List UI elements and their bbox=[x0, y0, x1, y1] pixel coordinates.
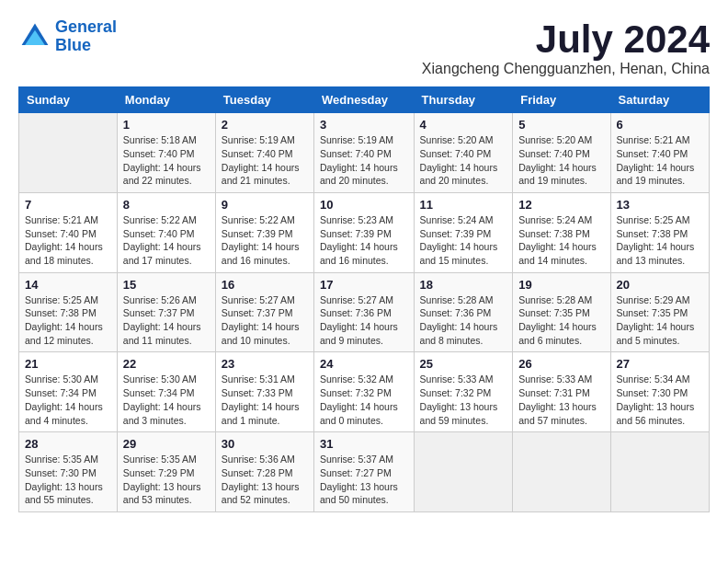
day-number: 3 bbox=[320, 118, 408, 132]
calendar-cell: 13Sunrise: 5:25 AM Sunset: 7:38 PM Dayli… bbox=[610, 192, 709, 272]
calendar-body: 1Sunrise: 5:18 AM Sunset: 7:40 PM Daylig… bbox=[19, 113, 710, 512]
month-title: July 2024 bbox=[422, 18, 710, 61]
calendar-cell: 10Sunrise: 5:23 AM Sunset: 7:39 PM Dayli… bbox=[314, 192, 415, 272]
calendar-cell: 11Sunrise: 5:24 AM Sunset: 7:39 PM Dayli… bbox=[414, 192, 513, 272]
calendar-cell: 8Sunrise: 5:22 AM Sunset: 7:40 PM Daylig… bbox=[117, 192, 215, 272]
day-number: 29 bbox=[123, 437, 210, 451]
day-info: Sunrise: 5:36 AM Sunset: 7:28 PM Dayligh… bbox=[222, 453, 308, 507]
calendar-cell: 21Sunrise: 5:30 AM Sunset: 7:34 PM Dayli… bbox=[19, 352, 118, 432]
calendar-cell bbox=[414, 432, 513, 512]
calendar-cell: 20Sunrise: 5:29 AM Sunset: 7:35 PM Dayli… bbox=[610, 272, 709, 352]
day-info: Sunrise: 5:37 AM Sunset: 7:27 PM Dayligh… bbox=[320, 453, 408, 507]
day-info: Sunrise: 5:19 AM Sunset: 7:40 PM Dayligh… bbox=[320, 133, 408, 188]
calendar-cell: 17Sunrise: 5:27 AM Sunset: 7:36 PM Dayli… bbox=[314, 272, 415, 352]
calendar-week-row: 28Sunrise: 5:35 AM Sunset: 7:30 PM Dayli… bbox=[19, 432, 710, 512]
calendar-cell bbox=[513, 432, 610, 512]
logo-blue: Blue bbox=[55, 36, 91, 54]
day-info: Sunrise: 5:24 AM Sunset: 7:39 PM Dayligh… bbox=[420, 213, 507, 268]
logo-icon bbox=[18, 20, 51, 53]
calendar-cell: 30Sunrise: 5:36 AM Sunset: 7:28 PM Dayli… bbox=[215, 432, 313, 512]
calendar-cell: 18Sunrise: 5:28 AM Sunset: 7:36 PM Dayli… bbox=[414, 272, 513, 352]
day-info: Sunrise: 5:21 AM Sunset: 7:40 PM Dayligh… bbox=[25, 213, 111, 268]
day-number: 31 bbox=[320, 437, 408, 451]
day-number: 4 bbox=[420, 118, 507, 132]
weekday-header-cell: Thursday bbox=[414, 87, 513, 113]
calendar-cell: 25Sunrise: 5:33 AM Sunset: 7:32 PM Dayli… bbox=[414, 352, 513, 432]
day-info: Sunrise: 5:27 AM Sunset: 7:37 PM Dayligh… bbox=[222, 293, 308, 348]
day-number: 12 bbox=[518, 198, 604, 212]
calendar-cell: 23Sunrise: 5:31 AM Sunset: 7:33 PM Dayli… bbox=[215, 352, 313, 432]
day-info: Sunrise: 5:21 AM Sunset: 7:40 PM Dayligh… bbox=[617, 133, 703, 188]
day-info: Sunrise: 5:30 AM Sunset: 7:34 PM Dayligh… bbox=[123, 373, 210, 427]
day-number: 20 bbox=[617, 278, 703, 292]
day-info: Sunrise: 5:32 AM Sunset: 7:32 PM Dayligh… bbox=[320, 373, 408, 427]
day-info: Sunrise: 5:31 AM Sunset: 7:33 PM Dayligh… bbox=[222, 373, 308, 427]
day-info: Sunrise: 5:20 AM Sunset: 7:40 PM Dayligh… bbox=[420, 133, 507, 188]
calendar-cell: 19Sunrise: 5:28 AM Sunset: 7:35 PM Dayli… bbox=[513, 272, 610, 352]
calendar-table: SundayMondayTuesdayWednesdayThursdayFrid… bbox=[18, 86, 710, 512]
day-number: 11 bbox=[420, 198, 507, 212]
logo: General Blue bbox=[18, 18, 117, 55]
calendar-cell: 29Sunrise: 5:35 AM Sunset: 7:29 PM Dayli… bbox=[117, 432, 215, 512]
day-number: 30 bbox=[222, 437, 308, 451]
calendar-week-row: 14Sunrise: 5:25 AM Sunset: 7:38 PM Dayli… bbox=[19, 272, 710, 352]
day-info: Sunrise: 5:29 AM Sunset: 7:35 PM Dayligh… bbox=[617, 293, 703, 348]
day-number: 28 bbox=[25, 437, 111, 451]
day-info: Sunrise: 5:25 AM Sunset: 7:38 PM Dayligh… bbox=[25, 293, 111, 348]
day-number: 23 bbox=[222, 357, 308, 371]
calendar-cell: 31Sunrise: 5:37 AM Sunset: 7:27 PM Dayli… bbox=[314, 432, 415, 512]
calendar-cell: 15Sunrise: 5:26 AM Sunset: 7:37 PM Dayli… bbox=[117, 272, 215, 352]
calendar-cell: 14Sunrise: 5:25 AM Sunset: 7:38 PM Dayli… bbox=[19, 272, 118, 352]
day-info: Sunrise: 5:33 AM Sunset: 7:32 PM Dayligh… bbox=[420, 373, 507, 427]
weekday-header-cell: Monday bbox=[117, 87, 215, 113]
day-number: 19 bbox=[518, 278, 604, 292]
day-number: 24 bbox=[320, 357, 408, 371]
weekday-header-cell: Sunday bbox=[19, 87, 118, 113]
weekday-header-cell: Tuesday bbox=[215, 87, 313, 113]
day-number: 9 bbox=[222, 198, 308, 212]
calendar-cell bbox=[19, 113, 118, 193]
day-info: Sunrise: 5:26 AM Sunset: 7:37 PM Dayligh… bbox=[123, 293, 210, 348]
day-info: Sunrise: 5:28 AM Sunset: 7:36 PM Dayligh… bbox=[420, 293, 507, 348]
day-info: Sunrise: 5:22 AM Sunset: 7:39 PM Dayligh… bbox=[222, 213, 308, 268]
day-number: 15 bbox=[123, 278, 210, 292]
day-info: Sunrise: 5:33 AM Sunset: 7:31 PM Dayligh… bbox=[518, 373, 604, 427]
calendar-cell: 4Sunrise: 5:20 AM Sunset: 7:40 PM Daylig… bbox=[414, 113, 513, 193]
day-number: 1 bbox=[123, 118, 210, 132]
day-info: Sunrise: 5:19 AM Sunset: 7:40 PM Dayligh… bbox=[222, 133, 308, 188]
weekday-header-cell: Wednesday bbox=[314, 87, 415, 113]
day-number: 5 bbox=[518, 118, 604, 132]
day-number: 14 bbox=[25, 278, 111, 292]
day-info: Sunrise: 5:28 AM Sunset: 7:35 PM Dayligh… bbox=[518, 293, 604, 348]
calendar-cell: 27Sunrise: 5:34 AM Sunset: 7:30 PM Dayli… bbox=[610, 352, 709, 432]
calendar-cell: 12Sunrise: 5:24 AM Sunset: 7:38 PM Dayli… bbox=[513, 192, 610, 272]
page-header: General Blue July 2024 Xiangcheng Chengg… bbox=[18, 18, 710, 77]
day-number: 17 bbox=[320, 278, 408, 292]
calendar-cell: 16Sunrise: 5:27 AM Sunset: 7:37 PM Dayli… bbox=[215, 272, 313, 352]
calendar-cell: 2Sunrise: 5:19 AM Sunset: 7:40 PM Daylig… bbox=[215, 113, 313, 193]
calendar-cell: 24Sunrise: 5:32 AM Sunset: 7:32 PM Dayli… bbox=[314, 352, 415, 432]
day-info: Sunrise: 5:24 AM Sunset: 7:38 PM Dayligh… bbox=[518, 213, 604, 268]
logo-general: General bbox=[55, 17, 117, 36]
day-info: Sunrise: 5:25 AM Sunset: 7:38 PM Dayligh… bbox=[617, 213, 703, 268]
calendar-cell: 26Sunrise: 5:33 AM Sunset: 7:31 PM Dayli… bbox=[513, 352, 610, 432]
day-info: Sunrise: 5:22 AM Sunset: 7:40 PM Dayligh… bbox=[123, 213, 210, 268]
day-info: Sunrise: 5:30 AM Sunset: 7:34 PM Dayligh… bbox=[25, 373, 111, 427]
calendar-cell: 5Sunrise: 5:20 AM Sunset: 7:40 PM Daylig… bbox=[513, 113, 610, 193]
calendar-cell: 22Sunrise: 5:30 AM Sunset: 7:34 PM Dayli… bbox=[117, 352, 215, 432]
day-number: 8 bbox=[123, 198, 210, 212]
location: Xiangcheng Chengguanzhen, Henan, China bbox=[422, 61, 710, 77]
calendar-cell: 9Sunrise: 5:22 AM Sunset: 7:39 PM Daylig… bbox=[215, 192, 313, 272]
calendar-cell: 6Sunrise: 5:21 AM Sunset: 7:40 PM Daylig… bbox=[610, 113, 709, 193]
day-number: 18 bbox=[420, 278, 507, 292]
weekday-header-cell: Saturday bbox=[610, 87, 709, 113]
calendar-week-row: 21Sunrise: 5:30 AM Sunset: 7:34 PM Dayli… bbox=[19, 352, 710, 432]
logo-text: General Blue bbox=[55, 18, 117, 55]
calendar-cell bbox=[610, 432, 709, 512]
calendar-week-row: 1Sunrise: 5:18 AM Sunset: 7:40 PM Daylig… bbox=[19, 113, 710, 193]
day-number: 10 bbox=[320, 198, 408, 212]
calendar-cell: 28Sunrise: 5:35 AM Sunset: 7:30 PM Dayli… bbox=[19, 432, 118, 512]
calendar-cell: 1Sunrise: 5:18 AM Sunset: 7:40 PM Daylig… bbox=[117, 113, 215, 193]
day-info: Sunrise: 5:34 AM Sunset: 7:30 PM Dayligh… bbox=[617, 373, 703, 427]
day-info: Sunrise: 5:27 AM Sunset: 7:36 PM Dayligh… bbox=[320, 293, 408, 348]
